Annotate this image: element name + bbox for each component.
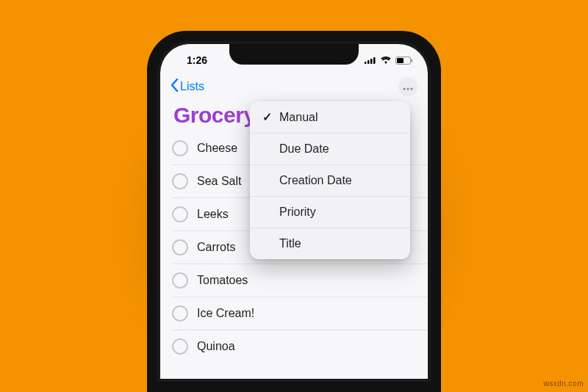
status-indicators bbox=[365, 57, 413, 65]
chevron-left-icon bbox=[171, 79, 179, 95]
reminder-checkbox[interactable] bbox=[172, 206, 188, 222]
svg-rect-6 bbox=[412, 59, 413, 62]
checkmark-icon: ✓ bbox=[262, 110, 272, 124]
svg-rect-2 bbox=[370, 59, 373, 64]
nav-bar: Lists bbox=[160, 72, 428, 101]
sort-menu: ✓ Manual Due Date Creation Date Priority bbox=[250, 101, 410, 259]
cellular-signal-icon bbox=[365, 57, 376, 64]
reminder-checkbox[interactable] bbox=[172, 305, 188, 322]
sort-option-creation-date[interactable]: Creation Date bbox=[250, 165, 410, 197]
reminder-label: Tomatoes bbox=[197, 274, 428, 287]
svg-point-9 bbox=[410, 87, 412, 90]
watermark: wsxdn.com bbox=[543, 380, 584, 388]
sort-option-due-date[interactable]: Due Date bbox=[250, 134, 410, 165]
sort-option-label: Title bbox=[279, 237, 301, 250]
sort-option-label: Manual bbox=[279, 111, 318, 124]
svg-point-8 bbox=[406, 87, 409, 90]
svg-rect-3 bbox=[373, 57, 376, 64]
reminder-checkbox[interactable] bbox=[172, 140, 188, 156]
svg-rect-5 bbox=[397, 58, 404, 63]
sort-option-priority[interactable]: Priority bbox=[250, 197, 410, 228]
reminder-label: Quinoa bbox=[197, 340, 428, 353]
sort-option-label: Creation Date bbox=[279, 174, 352, 187]
svg-point-7 bbox=[403, 87, 405, 90]
phone-bezel: 1:26 Lis bbox=[157, 41, 431, 382]
screen: 1:26 Lis bbox=[160, 44, 428, 379]
status-time: 1:26 bbox=[175, 54, 219, 66]
reminder-label: Ice Cream! bbox=[197, 307, 428, 320]
reminder-checkbox[interactable] bbox=[172, 173, 188, 189]
battery-icon bbox=[395, 57, 413, 65]
reminder-checkbox[interactable] bbox=[172, 272, 188, 288]
svg-rect-0 bbox=[365, 62, 367, 64]
reminder-checkbox[interactable] bbox=[172, 239, 188, 255]
notch bbox=[229, 44, 359, 65]
reminder-row[interactable]: Ice Cream! bbox=[172, 297, 428, 330]
wifi-icon bbox=[381, 57, 391, 64]
svg-rect-1 bbox=[368, 60, 370, 64]
ellipsis-icon bbox=[403, 80, 413, 93]
sort-option-title[interactable]: Title bbox=[250, 228, 410, 259]
sort-option-manual[interactable]: ✓ Manual bbox=[250, 101, 410, 134]
more-button[interactable] bbox=[398, 77, 417, 96]
sort-option-label: Priority bbox=[279, 206, 316, 219]
phone-frame: 1:26 Lis bbox=[147, 31, 441, 392]
back-button[interactable]: Lists bbox=[171, 79, 204, 95]
reminder-row[interactable]: Quinoa bbox=[172, 330, 428, 363]
sort-option-label: Due Date bbox=[279, 142, 329, 156]
back-label: Lists bbox=[180, 80, 204, 93]
reminder-checkbox[interactable] bbox=[172, 338, 188, 355]
reminder-row[interactable]: Tomatoes bbox=[172, 264, 428, 297]
